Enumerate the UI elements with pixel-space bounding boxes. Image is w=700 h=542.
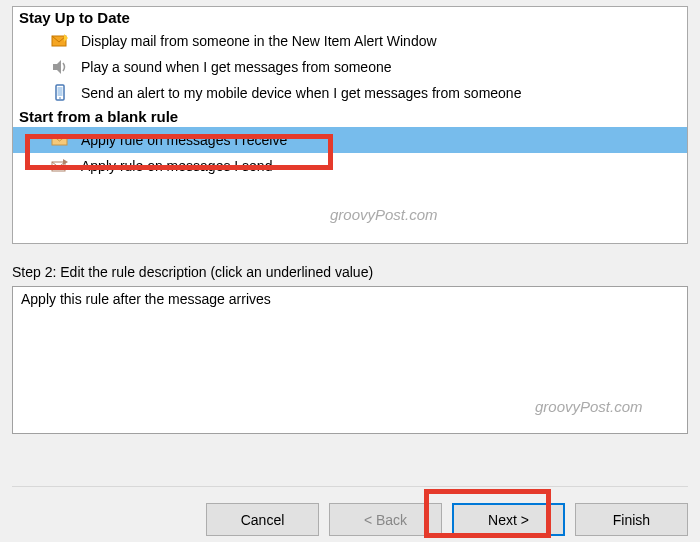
rule-description-text: Apply this rule after the message arrive…: [21, 291, 271, 307]
rule-item-mobile-alert[interactable]: Send an alert to my mobile device when I…: [13, 80, 687, 106]
next-button[interactable]: Next >: [452, 503, 565, 536]
back-button: < Back: [329, 503, 442, 536]
rule-item-play-sound[interactable]: Play a sound when I get messages from so…: [13, 54, 687, 80]
rule-item-messages-receive[interactable]: Apply rule on messages I receive: [13, 127, 687, 153]
envelope-alert-icon: [51, 32, 69, 50]
rule-description-box[interactable]: Apply this rule after the message arrive…: [12, 286, 688, 434]
section-header-stay-up: Stay Up to Date: [13, 7, 687, 28]
speaker-icon: [51, 58, 69, 76]
wizard-button-bar: Cancel < Back Next > Finish: [12, 486, 688, 536]
section-header-blank-rule: Start from a blank rule: [13, 106, 687, 127]
svg-rect-4: [58, 87, 63, 96]
finish-button[interactable]: Finish: [575, 503, 688, 536]
rule-item-label: Display mail from someone in the New Ite…: [51, 33, 437, 49]
svg-marker-2: [53, 60, 61, 74]
mobile-icon: [51, 84, 69, 102]
svg-point-5: [59, 97, 61, 99]
rule-item-label: Apply rule on messages I receive: [51, 132, 287, 148]
rule-item-messages-send[interactable]: Apply rule on messages I send: [13, 153, 687, 179]
cancel-button[interactable]: Cancel: [206, 503, 319, 536]
step2-label: Step 2: Edit the rule description (click…: [12, 264, 688, 280]
rule-item-label: Send an alert to my mobile device when I…: [51, 85, 521, 101]
inbox-envelope-icon: [51, 131, 69, 149]
rule-item-new-item-alert[interactable]: Display mail from someone in the New Ite…: [13, 28, 687, 54]
rule-item-label: Apply rule on messages I send: [51, 158, 272, 174]
rule-template-listbox[interactable]: Stay Up to Date Display mail from someon…: [12, 6, 688, 244]
rule-item-label: Play a sound when I get messages from so…: [51, 59, 392, 75]
outbox-envelope-icon: [51, 157, 69, 175]
